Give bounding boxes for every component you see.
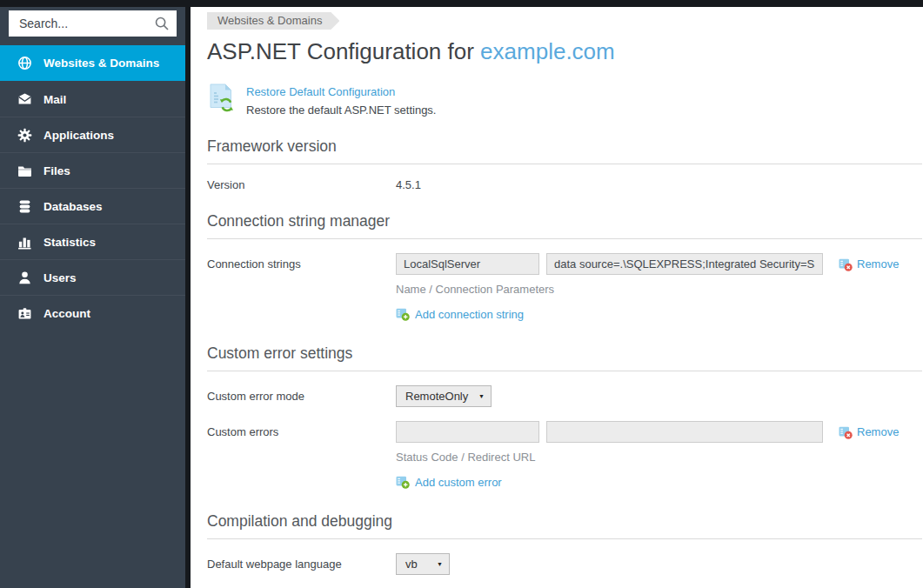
- connection-parameters-input[interactable]: [546, 253, 823, 275]
- remove-icon: [839, 257, 853, 271]
- sidebar-item-files[interactable]: Files: [0, 152, 185, 188]
- webpage-language-label: Default webpage language: [207, 558, 396, 571]
- sidebar-item-databases[interactable]: Databases: [0, 188, 185, 224]
- sidebar: Websites & Domains Mail Applications Fil…: [0, 0, 191, 588]
- restore-config-icon[interactable]: [207, 84, 235, 113]
- remove-custom-error-link[interactable]: Remove: [839, 425, 899, 439]
- sidebar-item-users[interactable]: Users: [0, 259, 185, 295]
- chevron-down-icon: ▼: [478, 393, 485, 399]
- add-custom-error-link[interactable]: Add custom error: [396, 475, 502, 489]
- restore-texts: Restore Default Configuration Restore th…: [246, 84, 436, 117]
- custom-error-mode-select[interactable]: RemoteOnly ▼: [396, 385, 492, 407]
- compilation-heading: Compilation and debugging: [207, 512, 922, 539]
- sidebar-item-label: Account: [43, 307, 90, 320]
- restore-default-link[interactable]: Restore Default Configuration: [246, 85, 395, 98]
- framework-section: Version 4.5.1: [207, 178, 923, 191]
- add-connection-string-link[interactable]: Add connection string: [396, 307, 524, 321]
- connection-string-heading: Connection string manager: [207, 212, 922, 239]
- user-icon: [17, 271, 32, 285]
- custom-error-mode-label: Custom error mode: [207, 390, 396, 403]
- sidebar-item-label: Mail: [43, 93, 66, 106]
- main-content: Websites & Domains ASP.NET Configuration…: [191, 0, 923, 588]
- gear-icon: [17, 128, 32, 143]
- restore-description: Restore the default ASP.NET settings.: [246, 104, 436, 117]
- id-badge-icon: [17, 306, 32, 321]
- sidebar-item-label: Users: [43, 271, 77, 284]
- framework-version-heading: Framework version: [207, 137, 922, 164]
- search-icon[interactable]: [154, 16, 170, 31]
- custom-errors-hint: Status Code / Redirect URL: [207, 451, 923, 464]
- sidebar-item-label: Databases: [43, 200, 103, 213]
- add-icon: [396, 307, 410, 321]
- add-icon: [396, 475, 410, 489]
- remove-icon: [839, 425, 853, 439]
- compilation-section: Default webpage language vb ▼ Switch on …: [207, 553, 923, 588]
- database-icon: [17, 199, 32, 214]
- sidebar-item-label: Statistics: [43, 236, 96, 249]
- connection-name-input[interactable]: [396, 253, 539, 275]
- custom-error-heading: Custom error settings: [207, 344, 922, 371]
- connection-strings-hint: Name / Connection Parameters: [207, 283, 923, 296]
- restore-default-block: Restore Default Configuration Restore th…: [207, 84, 923, 117]
- connection-string-section: Connection strings Remove Name / Connect…: [207, 253, 923, 324]
- webpage-language-select[interactable]: vb ▼: [396, 553, 450, 575]
- status-code-input[interactable]: [396, 421, 539, 443]
- top-black-strip: [0, 0, 923, 7]
- page-title: ASP.NET Configuration for example.com: [207, 38, 923, 65]
- sidebar-item-label: Websites & Domains: [43, 57, 159, 70]
- breadcrumb[interactable]: Websites & Domains: [207, 12, 339, 30]
- sidebar-item-websites-domains[interactable]: Websites & Domains: [0, 45, 185, 81]
- globe-icon: [17, 56, 32, 70]
- custom-error-section: Custom error mode RemoteOnly ▼ Custom er…: [207, 385, 923, 491]
- search-box[interactable]: [9, 10, 177, 37]
- chevron-down-icon: ▼: [437, 561, 443, 567]
- sidebar-item-account[interactable]: Account: [0, 295, 185, 331]
- sidebar-item-label: Applications: [43, 129, 114, 142]
- sidebar-item-applications[interactable]: Applications: [0, 117, 185, 152]
- custom-errors-label: Custom errors: [207, 425, 396, 438]
- version-value: 4.5.1: [396, 178, 421, 191]
- version-label: Version: [207, 178, 396, 191]
- sidebar-nav: Websites & Domains Mail Applications Fil…: [0, 45, 185, 331]
- sidebar-item-statistics[interactable]: Statistics: [0, 224, 185, 259]
- connection-strings-label: Connection strings: [207, 257, 396, 271]
- domain-name[interactable]: example.com: [480, 38, 615, 64]
- bar-chart-icon: [17, 235, 32, 250]
- sidebar-item-label: Files: [43, 164, 70, 177]
- sidebar-item-mail[interactable]: Mail: [0, 81, 185, 117]
- folder-icon: [17, 164, 32, 178]
- mail-icon: [17, 92, 32, 107]
- remove-connection-string-link[interactable]: Remove: [839, 257, 899, 271]
- redirect-url-input[interactable]: [546, 421, 823, 443]
- search-input[interactable]: [17, 16, 154, 31]
- app-window: Websites & Domains Mail Applications Fil…: [0, 0, 923, 588]
